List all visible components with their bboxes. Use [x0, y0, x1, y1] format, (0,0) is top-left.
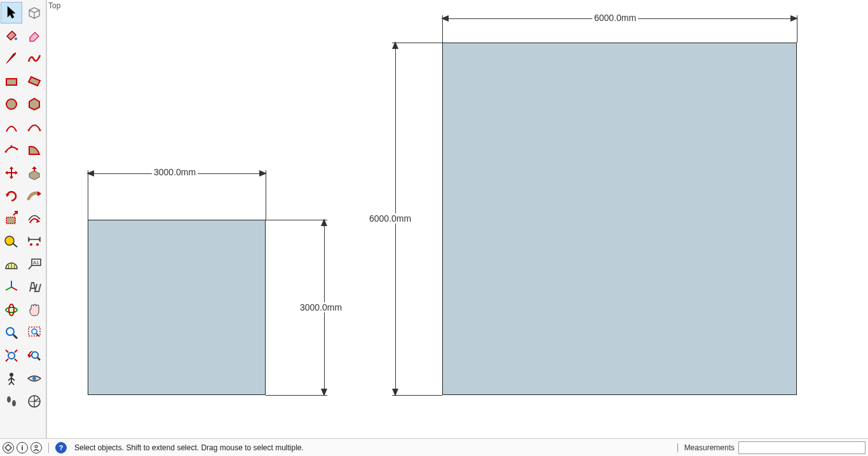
dimension-tool[interactable]: [24, 231, 45, 252]
section-plane-tool[interactable]: [24, 391, 45, 412]
svg-point-9: [30, 243, 32, 246]
dimension-ext-line: [392, 43, 442, 43]
help-icon[interactable]: ?: [55, 442, 67, 453]
measurements-input[interactable]: [738, 441, 865, 454]
polygon-tool[interactable]: [24, 93, 45, 115]
select-tool[interactable]: [1, 2, 22, 23]
svg-point-21: [32, 377, 36, 380]
profile-icon[interactable]: [31, 442, 42, 453]
freehand-tool[interactable]: [24, 48, 45, 69]
scale-tool[interactable]: [1, 208, 22, 229]
line-tool[interactable]: [1, 48, 22, 69]
svg-point-6: [17, 149, 18, 151]
two-point-arc-tool[interactable]: [24, 116, 45, 138]
svg-point-14: [9, 304, 14, 316]
protractor-tool[interactable]: [1, 253, 22, 275]
pan-tool[interactable]: [24, 299, 45, 321]
svg-point-25: [35, 445, 37, 448]
separator: [677, 443, 678, 452]
paint-bucket-tool[interactable]: [1, 25, 22, 46]
zoom-window-tool[interactable]: [24, 322, 45, 344]
svg-point-0: [15, 37, 17, 40]
dimension-value[interactable]: 3000.0mm: [298, 302, 344, 312]
svg-point-17: [32, 329, 37, 334]
measurements-label: Measurements: [684, 443, 735, 452]
position-camera-tool[interactable]: [1, 368, 22, 389]
dimension-value[interactable]: 6000.0mm: [367, 213, 413, 224]
zoom-tool[interactable]: [1, 322, 22, 344]
walk-tool[interactable]: [1, 391, 22, 412]
pie-tool[interactable]: [24, 139, 45, 161]
svg-point-5: [11, 145, 13, 147]
face-large-square[interactable]: [442, 43, 797, 395]
text-tool[interactable]: A1: [24, 253, 45, 275]
svg-point-4: [5, 151, 7, 153]
tape-measure-tool[interactable]: [1, 231, 22, 252]
svg-point-23: [12, 400, 16, 406]
geolocation-icon[interactable]: [3, 442, 14, 453]
zoom-extents-tool[interactable]: [1, 345, 22, 366]
move-tool[interactable]: [1, 162, 22, 184]
svg-point-2: [28, 130, 30, 131]
push-pull-tool[interactable]: [24, 162, 45, 184]
look-around-tool[interactable]: [24, 368, 45, 389]
dimension-ext-line: [266, 220, 327, 220]
axes-tool[interactable]: [1, 276, 22, 298]
offset-tool[interactable]: [24, 208, 45, 229]
svg-point-22: [7, 396, 11, 403]
credits-icon[interactable]: i: [17, 442, 28, 453]
dimension-value[interactable]: 6000.0mm: [592, 13, 638, 23]
rectangle-tool[interactable]: [1, 70, 22, 92]
orbit-tool[interactable]: [1, 299, 22, 321]
dimension-ext-line: [266, 395, 327, 396]
svg-point-18: [8, 352, 15, 359]
svg-point-20: [10, 373, 13, 377]
make-component-tool[interactable]: [24, 2, 45, 23]
svg-text:A1: A1: [33, 260, 39, 265]
eraser-tool[interactable]: [24, 25, 45, 46]
previous-view-tool[interactable]: [24, 345, 45, 366]
dimension-value[interactable]: 3000.0mm: [152, 167, 198, 177]
svg-point-15: [6, 328, 14, 335]
dimension-ext-line: [392, 395, 442, 396]
dimension-ext-line: [442, 15, 443, 43]
circle-tool[interactable]: [1, 93, 22, 115]
status-hint: Select objects. Shift to extend select. …: [74, 443, 677, 452]
modeling-viewport[interactable]: Top 3000.0mm 3000.0mm 6000: [47, 0, 868, 438]
svg-point-3: [39, 130, 41, 131]
svg-point-10: [36, 243, 39, 246]
follow-me-tool[interactable]: [24, 185, 45, 206]
rotate-tool[interactable]: [1, 185, 22, 206]
separator: [48, 443, 49, 453]
svg-point-1: [6, 99, 17, 109]
view-label: Top: [48, 1, 60, 10]
face-small-square[interactable]: [88, 220, 266, 395]
large-tool-set-toolbar: A1: [0, 0, 47, 438]
rotated-rectangle-tool[interactable]: [24, 70, 45, 92]
status-bar: i ? Select objects. Shift to extend sele…: [0, 438, 868, 456]
svg-rect-7: [6, 217, 15, 224]
svg-point-13: [6, 307, 17, 312]
3d-text-tool[interactable]: [24, 276, 45, 298]
dimension-ext-line: [88, 170, 88, 220]
arc-tool[interactable]: [1, 116, 22, 138]
svg-point-19: [32, 352, 38, 358]
three-point-arc-tool[interactable]: [1, 139, 22, 161]
dimension-ext-line: [266, 170, 266, 220]
dimension-ext-line: [797, 15, 797, 43]
